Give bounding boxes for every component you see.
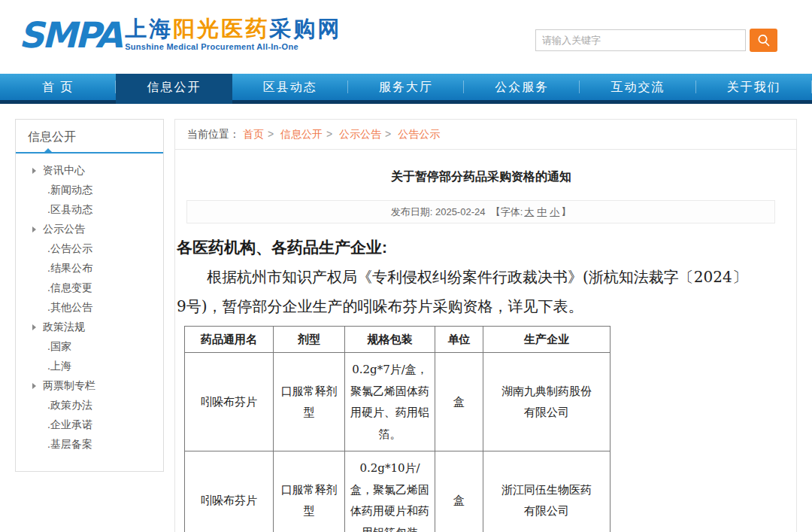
- breadcrumb: 当前位置： 首页> 信息公开> 公示公告> 公告公示: [175, 120, 796, 150]
- sidebar-item-other-notices[interactable]: .其他公告: [16, 298, 163, 318]
- cell-dosage-form: 口服常释剂型: [274, 451, 345, 532]
- main-area: 信息公开 资讯中心 .新闻动态 .区县动态 公示公告 .公告公示 .结果公布 .…: [15, 119, 797, 532]
- nav-item-service-hall[interactable]: 服务大厅: [348, 74, 464, 100]
- breadcrumb-label: 当前位置：: [187, 128, 240, 140]
- nav-item-about-us[interactable]: 关于我们: [696, 74, 812, 100]
- page: SMPA 上海阳光医药采购网 Sunshine Medical Procurem…: [0, 0, 812, 532]
- sidebar-item-district-updates[interactable]: .区县动态: [16, 200, 163, 220]
- search-input[interactable]: [535, 29, 746, 51]
- logo-text: 上海阳光医药采购网 Sunshine Medical Procurement A…: [125, 17, 341, 51]
- article-meta-bar: 发布日期: 2025-02-24 【字体:大中小】: [186, 200, 775, 223]
- table-row: 吲哚布芬片 口服常释剂型 0.2g*10片/盒，聚氯乙烯固体药用硬片和药用铝箔包…: [185, 451, 611, 532]
- publish-date-value: 2025-02-24: [435, 206, 486, 217]
- article-salutation: 各医药机构、各药品生产企业:: [177, 237, 786, 258]
- search-button[interactable]: [750, 29, 777, 52]
- font-size-prefix: 【字体:: [491, 206, 523, 217]
- sidebar-item-label: .区县动态: [47, 203, 92, 217]
- sidebar-item-policy-measures[interactable]: .政策办法: [16, 396, 163, 415]
- font-size-large-link[interactable]: 大: [524, 206, 534, 217]
- triangle-right-icon: [32, 383, 36, 389]
- sidebar-item-label: .新闻动态: [47, 184, 92, 197]
- breadcrumb-link-home[interactable]: 首页: [243, 128, 264, 140]
- cell-unit: 盒: [435, 353, 483, 451]
- table-header-row: 药品通用名 剂型 规格包装 单位 生产企业: [185, 327, 611, 353]
- cell-spec-packaging: 0.2g*10片/盒，聚氯乙烯固体药用硬片和药用铝箔包装: [345, 451, 435, 532]
- sidebar-item-info-changes[interactable]: .信息变更: [16, 278, 163, 298]
- col-header-unit: 单位: [435, 327, 483, 353]
- cell-generic-name: 吲哚布芬片: [185, 451, 274, 532]
- breadcrumb-separator: >: [385, 128, 391, 140]
- content-panel: 当前位置： 首页> 信息公开> 公示公告> 公告公示 关于暂停部分药品采购资格的…: [174, 119, 797, 532]
- sidebar-item-label: .信息变更: [47, 281, 92, 295]
- sidebar-item-label: .结果公布: [47, 262, 92, 275]
- article-paragraph: 根据杭州市知识产权局《专利侵权纠纷案件行政裁决书》(浙杭知法裁字〔2024〕9号…: [177, 263, 750, 321]
- sidebar: 信息公开 资讯中心 .新闻动态 .区县动态 公示公告 .公告公示 .结果公布 .…: [15, 119, 164, 472]
- sidebar-item-label: .企业承诺: [47, 418, 92, 432]
- logo-title-orange: 阳光医药: [173, 17, 269, 41]
- font-size-small-link[interactable]: 小: [550, 206, 559, 217]
- col-header-spec-packaging: 规格包装: [345, 327, 435, 353]
- sidebar-item-label: .其他公告: [47, 301, 92, 315]
- nav-item-info-disclosure[interactable]: 信息公开: [116, 74, 232, 104]
- logo-title-blue1: 上海: [125, 17, 173, 41]
- sidebar-item-policies[interactable]: 政策法规: [16, 318, 163, 337]
- sidebar-item-label: .国家: [47, 340, 71, 354]
- sidebar-item-news-center[interactable]: 资讯中心: [16, 161, 163, 181]
- sidebar-item-shanghai[interactable]: .上海: [16, 357, 163, 376]
- sidebar-item-national[interactable]: .国家: [16, 337, 163, 357]
- cell-manufacturer: 湖南九典制药股份有限公司: [483, 353, 611, 451]
- cell-unit: 盒: [435, 451, 483, 532]
- sidebar-item-label: 公示公告: [43, 223, 85, 236]
- drug-suspension-table: 药品通用名 剂型 规格包装 单位 生产企业 吲哚布芬片 口服常释剂型 0.2g*…: [184, 326, 611, 532]
- article: 关于暂停部分药品采购资格的通知 发布日期: 2025-02-24 【字体:大中小…: [175, 169, 796, 532]
- sidebar-item-label: 两票制专栏: [43, 379, 95, 393]
- search-icon: [756, 33, 771, 48]
- sidebar-item-public-notice[interactable]: .公告公示: [16, 239, 163, 259]
- col-header-dosage-form: 剂型: [274, 327, 345, 353]
- breadcrumb-link-public-notice[interactable]: 公告公示: [398, 128, 440, 140]
- sidebar-item-news-updates[interactable]: .新闻动态: [16, 181, 163, 200]
- nav-item-home[interactable]: 首 页: [0, 74, 116, 100]
- triangle-right-icon: [32, 226, 36, 233]
- sidebar-item-label: .公告公示: [47, 242, 92, 256]
- sidebar-item-label: .上海: [47, 360, 71, 373]
- triangle-right-icon: [32, 168, 36, 174]
- sidebar-item-label: 政策法规: [43, 321, 85, 334]
- logo-title: 上海阳光医药采购网: [125, 17, 341, 41]
- logo-subtitle: Sunshine Medical Procurement All-In-One: [125, 42, 341, 51]
- breadcrumb-link-info-disclosure[interactable]: 信息公开: [280, 128, 323, 140]
- article-title: 关于暂停部分药品采购资格的通知: [177, 169, 786, 185]
- logo-acronym: SMPA: [19, 17, 125, 54]
- logo-title-blue2: 采购网: [269, 17, 341, 41]
- cell-spec-packaging: 0.2g*7片/盒，聚氯乙烯固体药用硬片、药用铝箔。: [345, 353, 435, 451]
- breadcrumb-separator: >: [326, 128, 332, 140]
- sidebar-item-label: .政策办法: [47, 399, 92, 412]
- sidebar-menu: 资讯中心 .新闻动态 .区县动态 公示公告 .公告公示 .结果公布 .信息变更 …: [16, 154, 163, 471]
- sidebar-item-grassroots-filing[interactable]: .基层备案: [16, 435, 163, 454]
- breadcrumb-separator: >: [268, 128, 274, 140]
- table-row: 吲哚布芬片 口服常释剂型 0.2g*7片/盒，聚氯乙烯固体药用硬片、药用铝箔。 …: [185, 353, 611, 451]
- nav-item-district-news[interactable]: 区县动态: [232, 74, 348, 100]
- breadcrumb-link-announcements[interactable]: 公示公告: [339, 128, 381, 140]
- nav-item-public-service[interactable]: 公众服务: [464, 74, 580, 100]
- font-size-suffix: 】: [561, 206, 571, 217]
- cell-generic-name: 吲哚布芬片: [185, 353, 274, 451]
- sidebar-item-announcements[interactable]: 公示公告: [16, 220, 163, 239]
- nav-item-interaction[interactable]: 互动交流: [580, 74, 695, 100]
- main-nav: 首 页 信息公开 区县动态 服务大厅 公众服务 互动交流 关于我们: [0, 74, 812, 104]
- sidebar-item-two-invoice[interactable]: 两票制专栏: [16, 376, 163, 396]
- publish-date-label: 发布日期:: [391, 206, 433, 217]
- col-header-manufacturer: 生产企业: [483, 327, 611, 353]
- site-logo[interactable]: SMPA 上海阳光医药采购网 Sunshine Medical Procurem…: [19, 17, 341, 54]
- sidebar-item-label: .基层备案: [47, 438, 92, 451]
- search-bar: [535, 29, 777, 52]
- cell-dosage-form: 口服常释剂型: [274, 353, 345, 451]
- font-size-medium-link[interactable]: 中: [537, 206, 547, 217]
- cell-manufacturer: 浙江同伍生物医药有限公司: [483, 451, 611, 532]
- col-header-generic-name: 药品通用名: [185, 327, 274, 353]
- sidebar-item-label: 资讯中心: [43, 164, 85, 178]
- site-header: SMPA 上海阳光医药采购网 Sunshine Medical Procurem…: [0, 0, 812, 74]
- sidebar-title: 信息公开: [16, 120, 163, 154]
- sidebar-item-enterprise-commitment[interactable]: .企业承诺: [16, 415, 163, 435]
- sidebar-item-results[interactable]: .结果公布: [16, 259, 163, 278]
